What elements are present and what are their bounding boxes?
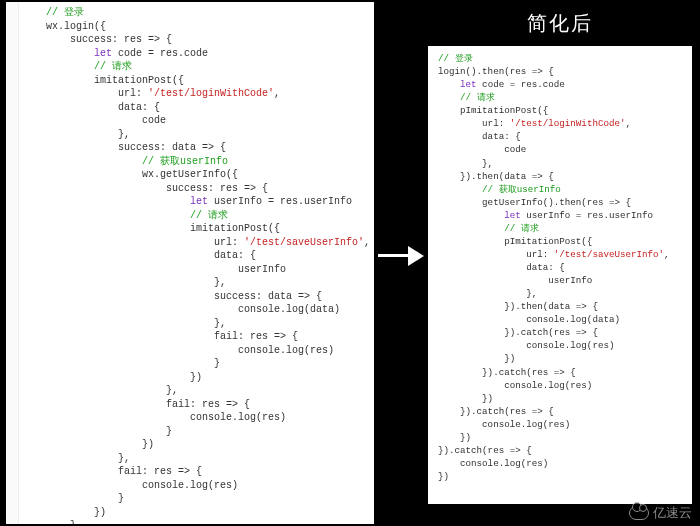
comparison-stage: // 登录 wx.login({ success: res => { let c…: [0, 0, 700, 526]
code-panel-after: // 登录 login().then(res => { let code = r…: [428, 46, 692, 504]
editor-gutter: [6, 2, 19, 524]
watermark: 亿速云: [629, 504, 692, 522]
code-panel-before: // 登录 wx.login({ success: res => { let c…: [6, 2, 374, 524]
after-title: 简化后: [428, 10, 692, 37]
cloud-icon: [629, 506, 649, 520]
code-before: // 登录 wx.login({ success: res => { let c…: [22, 6, 368, 524]
watermark-text: 亿速云: [653, 504, 692, 522]
arrow-icon: [378, 244, 426, 268]
code-after: // 登录 login().then(res => { let code = r…: [438, 52, 686, 483]
